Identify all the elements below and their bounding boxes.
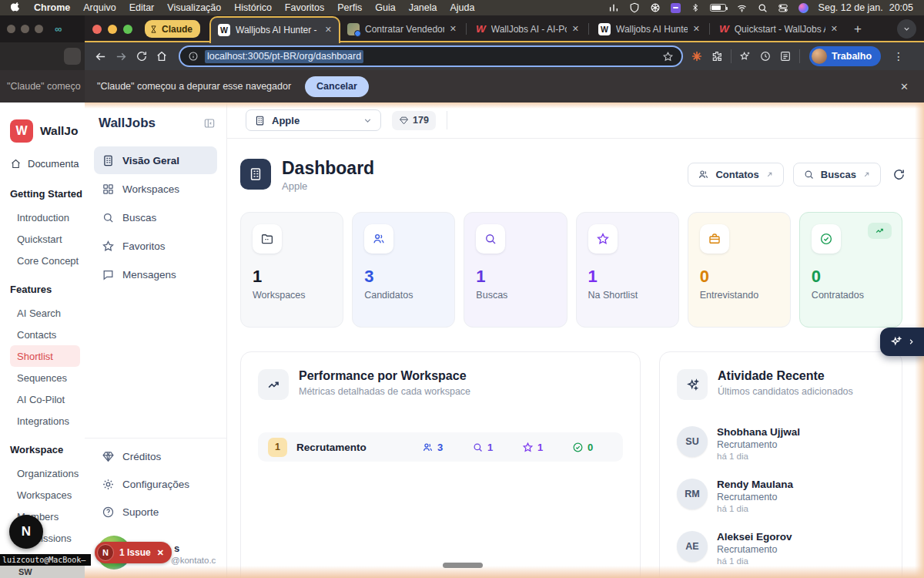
menu-favoritos[interactable]: Favoritos [285, 2, 324, 13]
new-tab-button[interactable]: + [854, 22, 862, 37]
docs-home-link[interactable]: Documenta [10, 158, 85, 170]
workspace-selector[interactable]: Apple [246, 109, 381, 131]
dismiss-issue-icon[interactable]: ✕ [157, 548, 164, 558]
bookmark-star-icon[interactable] [662, 51, 674, 62]
site-info-icon[interactable] [188, 51, 199, 62]
menubar-clock[interactable]: Seg. 12 de jan.20:05 [819, 2, 913, 13]
nextjs-issue-badge[interactable]: N 1 Issue ✕ [95, 542, 172, 563]
chrome-menu-kebab[interactable]: ⋮ [893, 50, 904, 62]
sidebar-user-row[interactable]: N 1 Issue ✕ s @kontato.c [85, 533, 226, 578]
docs-item-contacts[interactable]: Contacts [10, 324, 85, 345]
stat-card-contratados[interactable]: 0 Contratados [799, 212, 902, 328]
address-bar[interactable]: localhost:3005/pt-BR/org/dashboard [179, 45, 683, 67]
purple-app-menu-icon[interactable] [671, 3, 681, 13]
menu-janela[interactable]: Janela [409, 2, 437, 13]
close-tab-icon[interactable]: ✕ [693, 24, 700, 34]
stat-card-entrevistando[interactable]: 0 Entrevistando [688, 212, 791, 328]
openai-menu-icon[interactable] [650, 2, 661, 13]
apple-menu-icon[interactable] [11, 1, 21, 15]
app-sidebar: WallJobs Visão Geral Workspaces Buscas [85, 102, 227, 578]
docs-item-core-concepts[interactable]: Core Concept [10, 250, 85, 271]
avatar [812, 49, 827, 64]
menu-ajuda[interactable]: Ajuda [450, 2, 474, 13]
tab-contratar-vendedor[interactable]: Contratar Vendedor de ✕ [340, 15, 464, 42]
tab-walljobs-hunter-active[interactable]: W Walljobs AI Hunter - Fi ✕ [209, 16, 340, 43]
history-clock-icon[interactable] [759, 50, 772, 62]
docs-item-organizations[interactable]: Organizations [10, 462, 85, 484]
menu-arquivo[interactable]: Arquivo [83, 2, 116, 13]
extensions-puzzle-icon[interactable] [711, 50, 723, 62]
menu-chrome[interactable]: Chrome [34, 2, 70, 13]
reading-list-icon[interactable] [779, 50, 792, 62]
reload-button[interactable] [136, 50, 148, 62]
zoom-window-button[interactable] [123, 25, 132, 34]
close-tab-icon[interactable]: ✕ [831, 24, 838, 34]
control-center-icon[interactable] [778, 3, 788, 13]
close-tab-icon[interactable]: ✕ [325, 25, 332, 35]
infobar-close-icon[interactable]: ✕ [900, 81, 909, 92]
credits-badge[interactable]: 179 [392, 111, 436, 130]
tab-walljobs-hunter-2[interactable]: W Walljobs AI Hunter - Fi ✕ [591, 15, 707, 42]
close-tab-icon[interactable]: ✕ [572, 24, 579, 34]
sidebar-item-suporte[interactable]: Suporte [94, 498, 217, 526]
claude-extension-icon[interactable] [691, 50, 703, 62]
home-button[interactable] [156, 50, 168, 62]
menu-perfis[interactable]: Perfis [337, 2, 362, 13]
sidebar-item-configuracoes[interactable]: Configurações [94, 470, 217, 498]
bluetooth-icon[interactable] [691, 2, 700, 13]
back-button[interactable] [94, 50, 107, 63]
minimize-window-button[interactable] [108, 25, 117, 34]
close-window-button[interactable] [92, 25, 102, 34]
menu-historico[interactable]: Histórico [234, 2, 272, 13]
user-name-fragment: s [174, 543, 179, 554]
stats-menu-icon[interactable] [608, 2, 619, 13]
searches-button[interactable]: Buscas [793, 163, 881, 187]
background-toolbar [0, 42, 85, 70]
shield-menu-icon[interactable] [629, 2, 640, 13]
tab-search-chevron-button[interactable] [897, 19, 916, 39]
workspace-performance-row[interactable]: 1 Recrutamento 3 1 1 0 [258, 432, 623, 462]
docs-item-ai-search[interactable]: AI Search [10, 302, 85, 324]
activity-item[interactable]: SU Shobhana Ujjwal Recrutamento há 1 dia [677, 426, 885, 461]
sidebar-item-mensagens[interactable]: Mensagens [94, 260, 217, 288]
docs-item-shortlist[interactable]: Shortlist [10, 345, 80, 367]
bookmark-manager-icon[interactable] [739, 50, 752, 62]
siri-icon[interactable] [798, 3, 808, 13]
tab-walljobs-ai[interactable]: W WallJobs AI - AI-Power ✕ [469, 15, 586, 42]
docs-item-ai-copilot[interactable]: AI Co-Pilot [10, 388, 85, 410]
pinned-tab-claude[interactable]: Claude [145, 20, 200, 38]
menu-visualizacao[interactable]: Visualização [167, 2, 221, 13]
tab-quickstart[interactable]: W Quickstart - WallJobs A ✕ [712, 15, 845, 42]
ai-assistant-fab[interactable] [880, 328, 924, 356]
activity-item[interactable]: AE Aleksei Egorov Recrutamento há 1 dia [677, 531, 885, 566]
stat-card-buscas[interactable]: 1 Buscas [464, 212, 567, 328]
contacts-button[interactable]: Contatos [688, 163, 783, 187]
sidebar-item-creditos[interactable]: Créditos [94, 442, 217, 470]
menu-editar[interactable]: Editar [129, 2, 155, 13]
docs-item-workspaces[interactable]: Workspaces [10, 484, 85, 506]
stat-card-candidatos[interactable]: 3 Candidatos [352, 212, 455, 328]
docs-item-introduction[interactable]: Introduction [10, 207, 85, 228]
horizontal-scroll-handle[interactable] [443, 563, 483, 568]
nextjs-badge[interactable]: N [9, 515, 43, 549]
profile-chip[interactable]: Trabalho [809, 46, 881, 66]
menu-guia[interactable]: Guia [375, 2, 395, 13]
sidebar-item-buscas[interactable]: Buscas [94, 203, 217, 231]
spotlight-icon[interactable] [758, 3, 768, 13]
refresh-button[interactable] [892, 168, 906, 181]
sidebar-collapse-icon[interactable] [203, 117, 216, 129]
sidebar-item-favoritos[interactable]: Favoritos [94, 232, 217, 260]
stat-card-na-shortlist[interactable]: 1 Na Shortlist [576, 212, 679, 328]
sidebar-item-visao-geral[interactable]: Visão Geral [94, 146, 217, 174]
docs-item-sequences[interactable]: Sequences [10, 367, 85, 388]
close-tab-icon[interactable]: ✕ [450, 24, 457, 34]
url-text[interactable]: localhost:3005/pt-BR/org/dashboard [205, 50, 363, 63]
stat-card-workspaces[interactable]: 1 Workspaces [240, 212, 343, 328]
forward-button[interactable] [115, 50, 128, 63]
docs-item-quickstart[interactable]: Quickstart [10, 228, 85, 250]
wifi-icon[interactable] [736, 3, 748, 13]
cancel-button[interactable]: Cancelar [305, 76, 369, 97]
activity-item[interactable]: RM Rendy Maulana Recrutamento há 1 dia [677, 479, 885, 513]
docs-item-integrations[interactable]: Integrations [10, 410, 85, 432]
sidebar-item-workspaces[interactable]: Workspaces [94, 175, 217, 203]
